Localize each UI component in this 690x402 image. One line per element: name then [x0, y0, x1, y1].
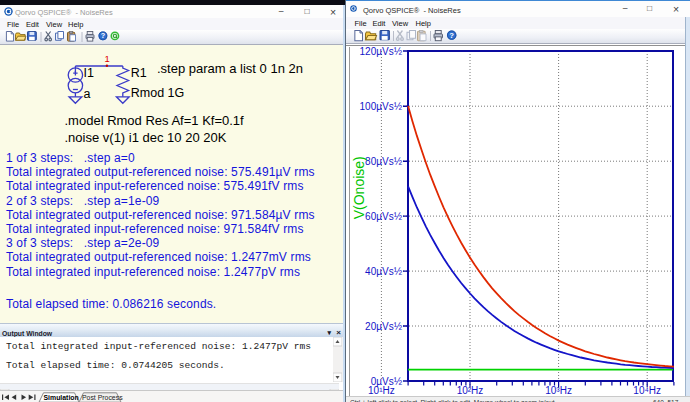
svg-text:100µVs½: 100µVs½: [360, 101, 403, 112]
svg-text:10²Hz: 10²Hz: [457, 385, 484, 396]
svg-text:a: a: [84, 87, 91, 101]
svg-text:20µVs½: 20µVs½: [365, 321, 403, 332]
svg-text:.noise v(1) i1 dec 10 20 20K: .noise v(1) i1 dec 10 20 20K: [65, 130, 227, 145]
svg-text:120µVs½: 120µVs½: [360, 46, 403, 57]
svg-text:?: ?: [101, 31, 105, 40]
svg-text:I1: I1: [84, 66, 94, 80]
svg-text:1: 1: [105, 53, 110, 64]
svg-text:40µVs½: 40µVs½: [365, 266, 403, 277]
svg-text:10⁴Hz: 10⁴Hz: [633, 385, 661, 396]
svg-text:60µVs½: 60µVs½: [365, 211, 403, 222]
svg-text:.step param a list 0 1n 2n: .step param a list 0 1n 2n: [157, 61, 303, 76]
svg-text:?: ?: [449, 31, 454, 40]
svg-text:V(Onoise): V(Onoise): [351, 156, 367, 219]
svg-text:10³Hz: 10³Hz: [545, 385, 572, 396]
svg-text:Rmod 1G: Rmod 1G: [131, 86, 185, 100]
svg-text:10¹Hz: 10¹Hz: [368, 385, 395, 396]
svg-text:.model Rmod Res Af=1 Kf=0.1f: .model Rmod Res Af=1 Kf=0.1f: [65, 113, 245, 128]
svg-text:Simulation: Simulation: [44, 394, 79, 401]
svg-text:80µVs½: 80µVs½: [365, 156, 403, 167]
svg-text:Post Process: Post Process: [82, 394, 123, 401]
svg-text:R1: R1: [131, 66, 147, 80]
